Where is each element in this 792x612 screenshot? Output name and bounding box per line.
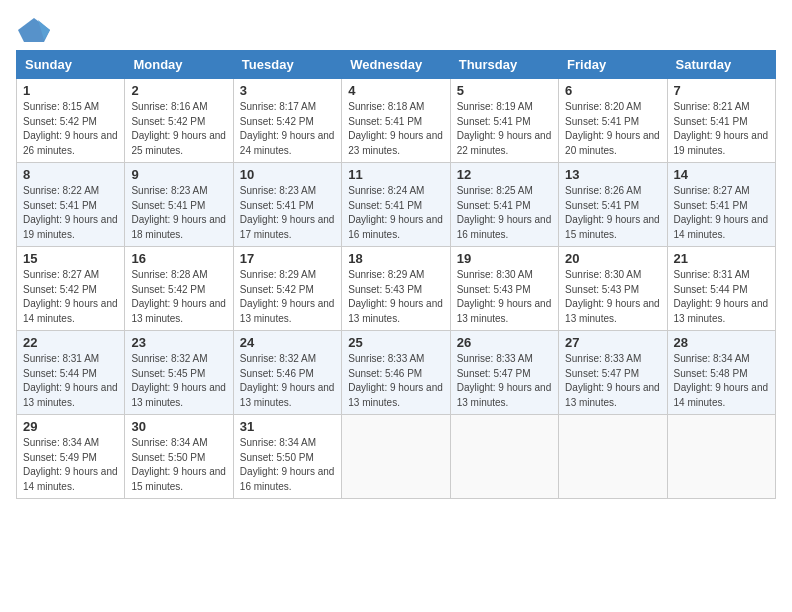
day-info: Sunrise: 8:23 AM Sunset: 5:41 PM Dayligh… [240, 184, 335, 242]
empty-cell-4-5 [559, 415, 667, 499]
day-cell-21: 21 Sunrise: 8:31 AM Sunset: 5:44 PM Dayl… [667, 247, 775, 331]
day-number: 18 [348, 251, 443, 266]
weekday-header-wednesday: Wednesday [342, 51, 450, 79]
day-cell-14: 14 Sunrise: 8:27 AM Sunset: 5:41 PM Dayl… [667, 163, 775, 247]
day-cell-27: 27 Sunrise: 8:33 AM Sunset: 5:47 PM Dayl… [559, 331, 667, 415]
day-cell-25: 25 Sunrise: 8:33 AM Sunset: 5:46 PM Dayl… [342, 331, 450, 415]
day-info: Sunrise: 8:33 AM Sunset: 5:47 PM Dayligh… [565, 352, 660, 410]
day-info: Sunrise: 8:26 AM Sunset: 5:41 PM Dayligh… [565, 184, 660, 242]
logo [16, 16, 56, 44]
day-info: Sunrise: 8:28 AM Sunset: 5:42 PM Dayligh… [131, 268, 226, 326]
day-number: 25 [348, 335, 443, 350]
day-number: 13 [565, 167, 660, 182]
week-row-3: 15 Sunrise: 8:27 AM Sunset: 5:42 PM Dayl… [17, 247, 776, 331]
day-number: 29 [23, 419, 118, 434]
day-info: Sunrise: 8:18 AM Sunset: 5:41 PM Dayligh… [348, 100, 443, 158]
weekday-header-saturday: Saturday [667, 51, 775, 79]
day-cell-22: 22 Sunrise: 8:31 AM Sunset: 5:44 PM Dayl… [17, 331, 125, 415]
day-number: 14 [674, 167, 769, 182]
day-number: 7 [674, 83, 769, 98]
week-row-5: 29 Sunrise: 8:34 AM Sunset: 5:49 PM Dayl… [17, 415, 776, 499]
day-number: 6 [565, 83, 660, 98]
day-cell-5: 5 Sunrise: 8:19 AM Sunset: 5:41 PM Dayli… [450, 79, 558, 163]
day-cell-3: 3 Sunrise: 8:17 AM Sunset: 5:42 PM Dayli… [233, 79, 341, 163]
weekday-header-thursday: Thursday [450, 51, 558, 79]
week-row-2: 8 Sunrise: 8:22 AM Sunset: 5:41 PM Dayli… [17, 163, 776, 247]
day-info: Sunrise: 8:33 AM Sunset: 5:47 PM Dayligh… [457, 352, 552, 410]
day-cell-30: 30 Sunrise: 8:34 AM Sunset: 5:50 PM Dayl… [125, 415, 233, 499]
day-cell-8: 8 Sunrise: 8:22 AM Sunset: 5:41 PM Dayli… [17, 163, 125, 247]
day-info: Sunrise: 8:34 AM Sunset: 5:49 PM Dayligh… [23, 436, 118, 494]
day-info: Sunrise: 8:23 AM Sunset: 5:41 PM Dayligh… [131, 184, 226, 242]
day-cell-20: 20 Sunrise: 8:30 AM Sunset: 5:43 PM Dayl… [559, 247, 667, 331]
weekday-header-monday: Monday [125, 51, 233, 79]
day-cell-24: 24 Sunrise: 8:32 AM Sunset: 5:46 PM Dayl… [233, 331, 341, 415]
weekday-header-row: SundayMondayTuesdayWednesdayThursdayFrid… [17, 51, 776, 79]
calendar-table: SundayMondayTuesdayWednesdayThursdayFrid… [16, 50, 776, 499]
day-info: Sunrise: 8:30 AM Sunset: 5:43 PM Dayligh… [457, 268, 552, 326]
day-info: Sunrise: 8:31 AM Sunset: 5:44 PM Dayligh… [23, 352, 118, 410]
day-number: 27 [565, 335, 660, 350]
day-info: Sunrise: 8:31 AM Sunset: 5:44 PM Dayligh… [674, 268, 769, 326]
day-info: Sunrise: 8:24 AM Sunset: 5:41 PM Dayligh… [348, 184, 443, 242]
day-info: Sunrise: 8:29 AM Sunset: 5:43 PM Dayligh… [348, 268, 443, 326]
day-number: 1 [23, 83, 118, 98]
day-info: Sunrise: 8:25 AM Sunset: 5:41 PM Dayligh… [457, 184, 552, 242]
day-cell-9: 9 Sunrise: 8:23 AM Sunset: 5:41 PM Dayli… [125, 163, 233, 247]
day-number: 17 [240, 251, 335, 266]
day-number: 8 [23, 167, 118, 182]
day-cell-23: 23 Sunrise: 8:32 AM Sunset: 5:45 PM Dayl… [125, 331, 233, 415]
day-cell-31: 31 Sunrise: 8:34 AM Sunset: 5:50 PM Dayl… [233, 415, 341, 499]
day-number: 26 [457, 335, 552, 350]
day-info: Sunrise: 8:30 AM Sunset: 5:43 PM Dayligh… [565, 268, 660, 326]
empty-cell-4-6 [667, 415, 775, 499]
day-info: Sunrise: 8:20 AM Sunset: 5:41 PM Dayligh… [565, 100, 660, 158]
empty-cell-4-4 [450, 415, 558, 499]
day-cell-1: 1 Sunrise: 8:15 AM Sunset: 5:42 PM Dayli… [17, 79, 125, 163]
day-number: 31 [240, 419, 335, 434]
day-cell-19: 19 Sunrise: 8:30 AM Sunset: 5:43 PM Dayl… [450, 247, 558, 331]
day-cell-17: 17 Sunrise: 8:29 AM Sunset: 5:42 PM Dayl… [233, 247, 341, 331]
day-cell-13: 13 Sunrise: 8:26 AM Sunset: 5:41 PM Dayl… [559, 163, 667, 247]
day-info: Sunrise: 8:32 AM Sunset: 5:46 PM Dayligh… [240, 352, 335, 410]
day-number: 10 [240, 167, 335, 182]
day-info: Sunrise: 8:27 AM Sunset: 5:42 PM Dayligh… [23, 268, 118, 326]
weekday-header-friday: Friday [559, 51, 667, 79]
day-cell-18: 18 Sunrise: 8:29 AM Sunset: 5:43 PM Dayl… [342, 247, 450, 331]
weekday-header-sunday: Sunday [17, 51, 125, 79]
day-number: 4 [348, 83, 443, 98]
week-row-4: 22 Sunrise: 8:31 AM Sunset: 5:44 PM Dayl… [17, 331, 776, 415]
day-number: 23 [131, 335, 226, 350]
day-number: 24 [240, 335, 335, 350]
day-info: Sunrise: 8:34 AM Sunset: 5:48 PM Dayligh… [674, 352, 769, 410]
day-number: 2 [131, 83, 226, 98]
day-number: 12 [457, 167, 552, 182]
day-info: Sunrise: 8:33 AM Sunset: 5:46 PM Dayligh… [348, 352, 443, 410]
day-number: 5 [457, 83, 552, 98]
day-cell-12: 12 Sunrise: 8:25 AM Sunset: 5:41 PM Dayl… [450, 163, 558, 247]
day-cell-7: 7 Sunrise: 8:21 AM Sunset: 5:41 PM Dayli… [667, 79, 775, 163]
day-number: 11 [348, 167, 443, 182]
day-number: 3 [240, 83, 335, 98]
day-info: Sunrise: 8:22 AM Sunset: 5:41 PM Dayligh… [23, 184, 118, 242]
day-cell-6: 6 Sunrise: 8:20 AM Sunset: 5:41 PM Dayli… [559, 79, 667, 163]
day-cell-2: 2 Sunrise: 8:16 AM Sunset: 5:42 PM Dayli… [125, 79, 233, 163]
day-number: 16 [131, 251, 226, 266]
empty-cell-4-3 [342, 415, 450, 499]
day-info: Sunrise: 8:34 AM Sunset: 5:50 PM Dayligh… [131, 436, 226, 494]
weekday-header-tuesday: Tuesday [233, 51, 341, 79]
day-cell-16: 16 Sunrise: 8:28 AM Sunset: 5:42 PM Dayl… [125, 247, 233, 331]
day-info: Sunrise: 8:21 AM Sunset: 5:41 PM Dayligh… [674, 100, 769, 158]
day-cell-4: 4 Sunrise: 8:18 AM Sunset: 5:41 PM Dayli… [342, 79, 450, 163]
day-cell-26: 26 Sunrise: 8:33 AM Sunset: 5:47 PM Dayl… [450, 331, 558, 415]
day-number: 22 [23, 335, 118, 350]
day-number: 19 [457, 251, 552, 266]
header [16, 16, 776, 44]
day-number: 28 [674, 335, 769, 350]
day-info: Sunrise: 8:17 AM Sunset: 5:42 PM Dayligh… [240, 100, 335, 158]
day-info: Sunrise: 8:32 AM Sunset: 5:45 PM Dayligh… [131, 352, 226, 410]
day-info: Sunrise: 8:27 AM Sunset: 5:41 PM Dayligh… [674, 184, 769, 242]
day-info: Sunrise: 8:34 AM Sunset: 5:50 PM Dayligh… [240, 436, 335, 494]
day-cell-28: 28 Sunrise: 8:34 AM Sunset: 5:48 PM Dayl… [667, 331, 775, 415]
day-info: Sunrise: 8:16 AM Sunset: 5:42 PM Dayligh… [131, 100, 226, 158]
